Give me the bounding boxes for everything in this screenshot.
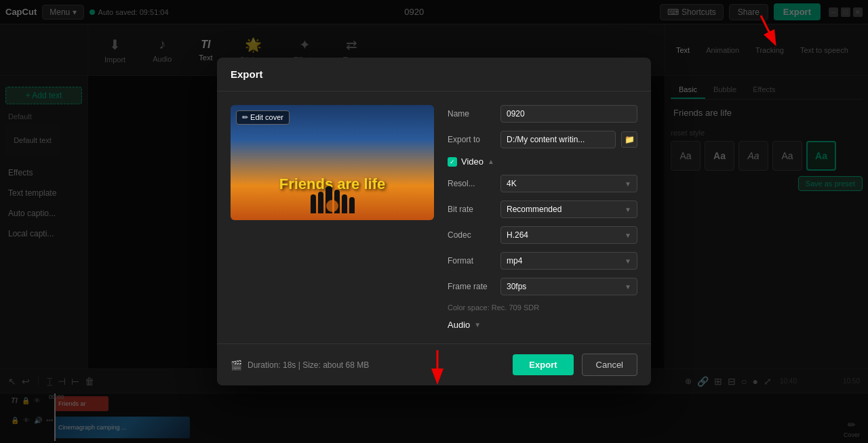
resolution-row: Resol... 4K ▼ [448, 175, 637, 192]
chevron-down-icon: ▼ [625, 206, 631, 213]
color-space-note: Color space: Rec. 709 SDR [448, 303, 637, 312]
chevron-down-icon: ▼ [625, 232, 631, 239]
edit-cover-button[interactable]: ✏ Edit cover [236, 110, 290, 125]
framerate-label: Frame rate [448, 282, 495, 291]
chevron-down-icon: ▼ [625, 283, 631, 291]
video-section-label: Video [461, 156, 484, 167]
framerate-select[interactable]: 30fps ▼ [500, 278, 637, 295]
name-row: Name [448, 105, 637, 123]
export-settings: Name Export to D:/My content writin... 📁… [448, 105, 637, 330]
bitrate-select[interactable]: Recommended ▼ [500, 201, 637, 218]
audio-section-label: Audio [448, 320, 470, 330]
export-path-field[interactable]: D:/My content writin... [500, 131, 616, 148]
modal-body: ✏ Edit cover Friends are life [217, 91, 651, 343]
browse-path-button[interactable]: 📁 [621, 131, 637, 148]
chevron-down-icon: ▼ [625, 257, 631, 265]
video-section-header: ✓ Video ▲ [448, 156, 637, 167]
format-row: Format mp4 ▼ [448, 252, 637, 270]
resolution-label: Resol... [448, 179, 495, 188]
modal-overlay: Export ✏ Edit cover Friends are life [0, 0, 868, 443]
footer-info: 🎬 Duration: 18s | Size: about 68 MB [231, 360, 505, 371]
framerate-value: 30fps [507, 282, 526, 291]
silhouettes [231, 186, 434, 213]
name-input[interactable] [500, 105, 637, 123]
codec-label: Codec [448, 230, 495, 240]
export-to-row: Export to D:/My content writin... 📁 [448, 131, 637, 148]
codec-select[interactable]: H.264 ▼ [500, 226, 637, 244]
bitrate-row: Bit rate Recommended ▼ [448, 201, 637, 218]
audio-section-header[interactable]: Audio ▼ [448, 320, 637, 330]
resolution-select[interactable]: 4K ▼ [500, 175, 637, 192]
framerate-row: Frame rate 30fps ▼ [448, 278, 637, 295]
export-modal: Export ✏ Edit cover Friends are life [217, 58, 651, 385]
format-label: Format [448, 256, 495, 266]
export-path-value: D:/My content writin... [507, 135, 585, 144]
duration-size-info: Duration: 18s | Size: about 68 MB [248, 360, 369, 370]
format-value: mp4 [507, 256, 522, 266]
codec-row: Codec H.264 ▼ [448, 226, 637, 244]
name-label: Name [448, 109, 495, 119]
export-to-label: Export to [448, 135, 495, 144]
resolution-value: 4K [507, 179, 517, 188]
modal-title: Export [217, 58, 651, 91]
film-icon: 🎬 [231, 360, 242, 371]
codec-value: H.264 [507, 230, 528, 240]
bitrate-value: Recommended [507, 205, 561, 214]
bitrate-label: Bit rate [448, 205, 495, 214]
export-thumbnail: ✏ Edit cover Friends are life [231, 105, 434, 220]
video-checkbox[interactable]: ✓ [448, 157, 457, 167]
modal-footer: 🎬 Duration: 18s | Size: about 68 MB Expo… [217, 343, 651, 385]
cancel-button[interactable]: Cancel [582, 354, 637, 376]
export-confirm-button[interactable]: Export [513, 354, 573, 375]
chevron-down-icon: ▼ [625, 180, 631, 188]
format-select[interactable]: mp4 ▼ [500, 252, 637, 270]
